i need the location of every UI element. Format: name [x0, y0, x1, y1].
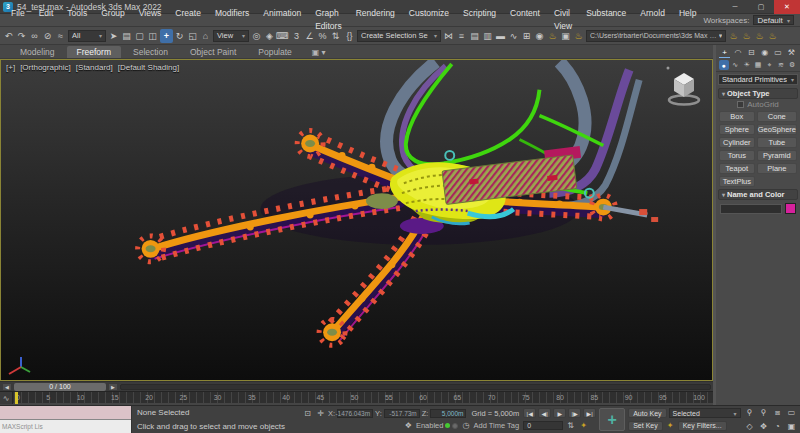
primitive-button[interactable]: Box: [719, 111, 755, 122]
viewport[interactable]: [+] [Orthographic] [Standard] [Default S…: [0, 59, 713, 381]
rendered-frame-icon[interactable]: ▣: [559, 29, 572, 43]
render-teapot-4-icon[interactable]: ♨: [766, 29, 779, 43]
unlink-selection-icon[interactable]: ⊘: [41, 29, 54, 43]
mirror-icon[interactable]: ⋈: [442, 29, 455, 43]
add-time-tag-label[interactable]: Add Time Tag: [473, 421, 519, 430]
window-crossing-icon[interactable]: ◫: [146, 29, 159, 43]
display-tab[interactable]: ▭: [772, 47, 783, 58]
current-frame-field[interactable]: 0: [523, 421, 563, 430]
render-teapot-1-icon[interactable]: ♨: [727, 29, 740, 43]
material-editor-icon[interactable]: ◉: [533, 29, 546, 43]
select-by-name-icon[interactable]: ▤: [120, 29, 133, 43]
fov-icon[interactable]: ◇: [743, 421, 756, 432]
set-key-button[interactable]: Set Key: [628, 421, 663, 431]
time-slider-handle[interactable]: 0 / 100: [14, 383, 106, 391]
current-frame-caret[interactable]: [15, 392, 18, 404]
select-and-scale-icon[interactable]: ◱: [186, 29, 199, 43]
bind-to-space-warp-icon[interactable]: ≈: [54, 29, 67, 43]
previous-frame-button[interactable]: ◀|: [538, 408, 551, 418]
select-object-icon[interactable]: ➤: [107, 29, 120, 43]
shapes-category[interactable]: ∿: [730, 60, 740, 70]
y-coordinate-field[interactable]: -517.73m: [384, 409, 420, 418]
ribbon-toggle-icon[interactable]: ▬: [494, 29, 507, 43]
primitive-button[interactable]: Pyramid: [757, 150, 797, 161]
restore-button[interactable]: ▢: [748, 0, 774, 14]
named-selection-sets-icon[interactable]: {}: [343, 29, 356, 43]
viewport-pov-label[interactable]: [Orthographic]: [20, 63, 71, 72]
key-mode-toggle-icon[interactable]: ✦: [578, 421, 589, 430]
set-keys-button[interactable]: +: [599, 408, 625, 431]
primitive-button[interactable]: Plane: [757, 163, 797, 174]
render-setup-icon[interactable]: ♨: [546, 29, 559, 43]
primitive-button[interactable]: Torus: [719, 150, 755, 161]
curve-editor-icon[interactable]: ∿: [507, 29, 520, 43]
spinner-snap-icon[interactable]: ⇅: [329, 29, 342, 43]
primitive-button[interactable]: Tube: [757, 137, 797, 148]
x-coordinate-field[interactable]: -1476.043m: [337, 409, 373, 418]
workspace-select[interactable]: Default ▾: [753, 15, 794, 25]
named-selection-sets-select[interactable]: Create Selection Se▾: [357, 30, 441, 42]
modify-tab[interactable]: ◠: [732, 47, 743, 58]
project-folder-field[interactable]: C:\Users\trbarter\Documents\3ds Max 2022…: [586, 30, 726, 42]
viewport-shading-label[interactable]: [Default Shading]: [118, 63, 179, 72]
go-to-start-button[interactable]: |◀: [523, 408, 536, 418]
select-and-link-icon[interactable]: ∞: [28, 29, 41, 43]
primitive-button[interactable]: Cone: [757, 111, 797, 122]
time-tag-clock-icon[interactable]: ◷: [460, 421, 471, 430]
tab-object-paint[interactable]: Object Paint: [180, 46, 246, 58]
welcome-screen-icon[interactable]: ❖: [403, 421, 414, 430]
tab-populate[interactable]: Populate: [248, 46, 302, 58]
object-color-swatch[interactable]: [785, 203, 796, 214]
select-and-manipulate-icon[interactable]: ◈: [263, 29, 276, 43]
primitive-button[interactable]: TextPlus: [719, 176, 755, 187]
systems-category[interactable]: ⚙: [787, 60, 797, 70]
snaps-toggle-icon[interactable]: 3: [290, 29, 303, 43]
select-and-move-icon[interactable]: +: [160, 29, 173, 43]
helpers-category[interactable]: ⌖: [764, 60, 774, 70]
minimize-button[interactable]: ─: [722, 0, 748, 14]
orbit-icon[interactable]: ◔: [771, 421, 784, 432]
primitive-button[interactable]: Sphere: [719, 124, 755, 135]
spacewarps-category[interactable]: ≋: [776, 60, 786, 70]
track-bar[interactable]: ∿ 05101520253035404550556065707580859095…: [0, 391, 713, 403]
key-filter-icon[interactable]: ✦: [665, 421, 676, 430]
keyboard-override-icon[interactable]: ⌨: [276, 29, 289, 43]
ribbon-config-button[interactable]: ▣ ▾: [312, 48, 326, 58]
render-teapot-3-icon[interactable]: ♨: [753, 29, 766, 43]
render-production-icon[interactable]: ♨: [572, 29, 585, 43]
z-coordinate-field[interactable]: 5,000m: [430, 409, 466, 418]
close-button[interactable]: ✕: [774, 0, 800, 14]
primitive-button[interactable]: Cylinder: [719, 137, 755, 148]
percent-snap-icon[interactable]: %: [316, 29, 329, 43]
adaptive-degradation-icon[interactable]: [452, 423, 458, 429]
align-icon[interactable]: ≡: [455, 29, 468, 43]
pan-icon[interactable]: ✥: [757, 421, 770, 432]
layer-explorer-icon[interactable]: ▥: [481, 29, 494, 43]
zoom-icon[interactable]: ⚲: [743, 407, 756, 418]
redo-icon[interactable]: ↷: [15, 29, 28, 43]
viewport-general-menu[interactable]: [+]: [6, 63, 15, 72]
schematic-view-icon[interactable]: ⊞: [520, 29, 533, 43]
primitive-button[interactable]: Teapot: [719, 163, 755, 174]
selection-region-icon[interactable]: ▢: [133, 29, 146, 43]
create-tab[interactable]: +: [719, 47, 730, 58]
geometry-category[interactable]: ●: [719, 60, 729, 70]
object-name-field[interactable]: [720, 204, 782, 214]
key-selection-set-dropdown[interactable]: Selected ▾: [669, 408, 741, 418]
selection-filter-select[interactable]: All▾: [68, 30, 106, 42]
macro-recorder-line[interactable]: [0, 406, 131, 420]
tab-selection[interactable]: Selection: [123, 46, 178, 58]
hierarchy-tab[interactable]: ⊟: [746, 47, 757, 58]
primitives-dropdown[interactable]: Standard Primitives ▾: [718, 74, 798, 85]
coord-system-select[interactable]: View▾: [213, 30, 249, 42]
angle-snap-icon[interactable]: ∠: [303, 29, 316, 43]
zoom-extents-icon[interactable]: ⧈: [771, 407, 784, 418]
viewport-style-label[interactable]: [Standard]: [76, 63, 113, 72]
select-and-place-icon[interactable]: ⌂: [199, 29, 212, 43]
motion-tab[interactable]: ◉: [759, 47, 770, 58]
undo-icon[interactable]: ↶: [2, 29, 15, 43]
zoom-all-icon[interactable]: ⚲: [757, 407, 770, 418]
mini-curve-editor-button[interactable]: ∿: [0, 392, 13, 404]
lights-category[interactable]: ☀: [742, 60, 752, 70]
frame-spinner-icon[interactable]: ⇅: [565, 421, 576, 430]
